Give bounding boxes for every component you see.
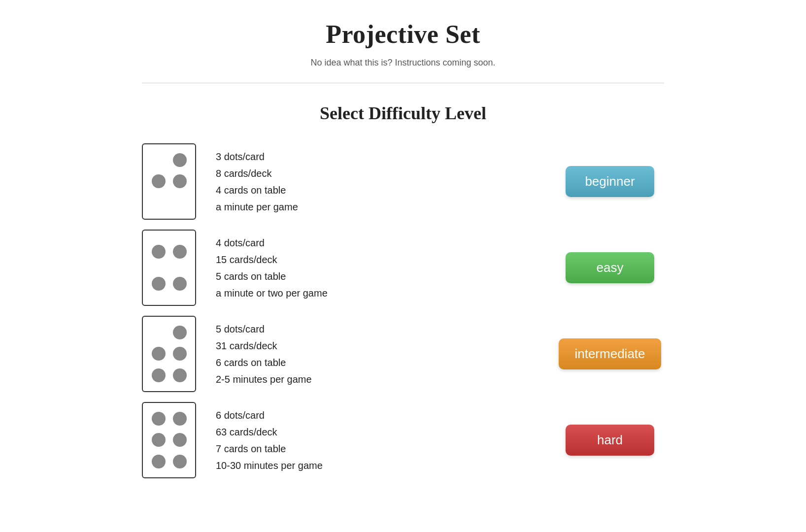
dot bbox=[173, 174, 187, 188]
card-preview-easy bbox=[142, 230, 196, 306]
desc-intermediate: 5 dots/card 31 cards/deck 6 cards on tab… bbox=[216, 321, 536, 388]
desc-line: a minute or two per game bbox=[216, 285, 536, 301]
desc-line: 7 cards on table bbox=[216, 440, 536, 457]
dot bbox=[173, 347, 187, 361]
dot-grid-3 bbox=[148, 149, 190, 214]
desc-line: 15 cards/deck bbox=[216, 251, 536, 268]
desc-line: 5 dots/card bbox=[216, 321, 536, 337]
dot-grid-6 bbox=[148, 408, 190, 472]
dot-placeholder bbox=[152, 326, 166, 339]
hard-button[interactable]: hard bbox=[566, 425, 654, 456]
dot-placeholder bbox=[152, 153, 166, 167]
card-preview-intermediate bbox=[142, 316, 196, 392]
dot bbox=[152, 433, 166, 447]
divider bbox=[142, 83, 664, 83]
subtitle: No idea what this is? Instructions comin… bbox=[142, 58, 664, 68]
section-title: Select Difficulty Level bbox=[142, 103, 664, 124]
desc-line: 4 cards on table bbox=[216, 182, 536, 199]
dot bbox=[173, 412, 187, 426]
dot bbox=[173, 245, 187, 259]
desc-line: 6 dots/card bbox=[216, 407, 536, 424]
desc-beginner: 3 dots/card 8 cards/deck 4 cards on tabl… bbox=[216, 148, 536, 215]
desc-easy: 4 dots/card 15 cards/deck 5 cards on tab… bbox=[216, 234, 536, 301]
card-preview-hard bbox=[142, 402, 196, 478]
dot-placeholder bbox=[152, 196, 166, 210]
dot bbox=[173, 153, 187, 167]
dot bbox=[173, 455, 187, 468]
dot bbox=[152, 347, 166, 361]
dot-grid-5 bbox=[148, 322, 190, 386]
dot bbox=[152, 368, 166, 382]
card-preview-beginner bbox=[142, 143, 196, 220]
difficulty-list: 3 dots/card 8 cards/deck 4 cards on tabl… bbox=[142, 143, 664, 478]
dot bbox=[152, 412, 166, 426]
page-title: Projective Set bbox=[142, 20, 664, 49]
difficulty-row-hard: 6 dots/card 63 cards/deck 7 cards on tab… bbox=[142, 402, 664, 478]
dot bbox=[173, 433, 187, 447]
desc-line: 4 dots/card bbox=[216, 234, 536, 251]
dot bbox=[173, 368, 187, 382]
desc-hard: 6 dots/card 63 cards/deck 7 cards on tab… bbox=[216, 407, 536, 474]
beginner-button[interactable]: beginner bbox=[566, 166, 654, 197]
desc-line: 63 cards/deck bbox=[216, 424, 536, 440]
dot bbox=[152, 245, 166, 259]
btn-area-easy: easy bbox=[556, 252, 664, 283]
easy-button[interactable]: easy bbox=[566, 252, 654, 283]
difficulty-row-intermediate: 5 dots/card 31 cards/deck 6 cards on tab… bbox=[142, 316, 664, 392]
desc-line: 3 dots/card bbox=[216, 148, 536, 165]
intermediate-button[interactable]: intermediate bbox=[559, 338, 661, 369]
difficulty-row-easy: 4 dots/card 15 cards/deck 5 cards on tab… bbox=[142, 230, 664, 306]
dot bbox=[152, 455, 166, 468]
desc-line: 6 cards on table bbox=[216, 354, 536, 371]
desc-line: 2-5 minutes per game bbox=[216, 371, 536, 388]
desc-line: a minute per game bbox=[216, 199, 536, 215]
desc-line: 10-30 minutes per game bbox=[216, 457, 536, 474]
dot bbox=[173, 326, 187, 339]
btn-area-hard: hard bbox=[556, 425, 664, 456]
btn-area-intermediate: intermediate bbox=[556, 338, 664, 369]
desc-line: 31 cards/deck bbox=[216, 337, 536, 354]
page-wrapper: Projective Set No idea what this is? Ins… bbox=[132, 0, 674, 498]
dot-grid-4 bbox=[148, 235, 190, 300]
dot bbox=[152, 277, 166, 291]
dot bbox=[173, 277, 187, 291]
dot-placeholder bbox=[173, 196, 187, 210]
dot bbox=[152, 174, 166, 188]
desc-line: 5 cards on table bbox=[216, 268, 536, 285]
desc-line: 8 cards/deck bbox=[216, 165, 536, 182]
difficulty-row-beginner: 3 dots/card 8 cards/deck 4 cards on tabl… bbox=[142, 143, 664, 220]
btn-area-beginner: beginner bbox=[556, 166, 664, 197]
